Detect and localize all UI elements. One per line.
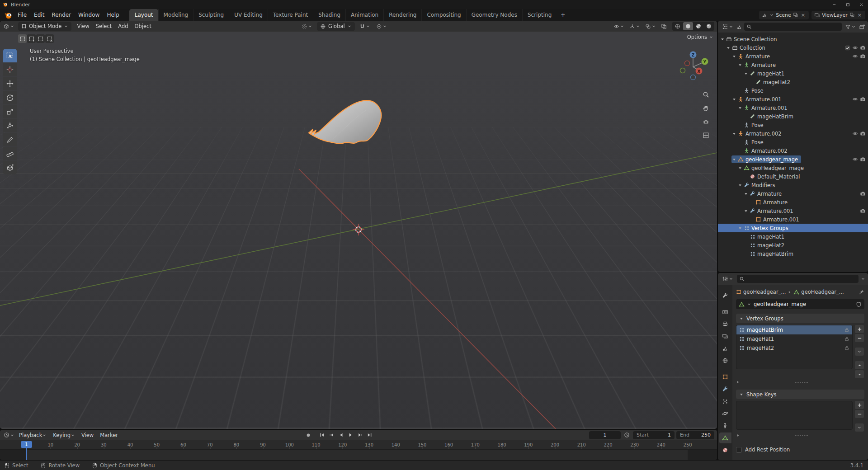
disclosure-icon[interactable] bbox=[731, 54, 737, 59]
gizmo-x-axis[interactable]: X bbox=[698, 69, 701, 74]
gizmo-z-axis[interactable]: Z bbox=[692, 53, 695, 57]
disclosure-icon[interactable] bbox=[737, 183, 743, 188]
disable-in-renders-camera-icon[interactable] bbox=[860, 45, 866, 51]
remove-vertex-group-button[interactable] bbox=[855, 334, 864, 342]
pan-hand-icon[interactable] bbox=[701, 103, 711, 113]
editor-type-button[interactable] bbox=[2, 23, 16, 29]
gizmo-y-axis[interactable]: Y bbox=[703, 60, 707, 64]
outliner-row[interactable]: mageHat1 bbox=[718, 232, 868, 241]
properties-tab-data[interactable] bbox=[719, 432, 731, 443]
shading-rendered-button[interactable] bbox=[704, 22, 714, 30]
move-vertex-group-up-button[interactable] bbox=[855, 361, 864, 369]
workspace-tab-uv-editing[interactable]: UV Editing bbox=[229, 9, 268, 21]
add-vertex-group-button[interactable] bbox=[855, 325, 864, 333]
outliner-filter-button[interactable] bbox=[844, 24, 857, 30]
outliner-row[interactable]: geoHeadgear_mage bbox=[718, 155, 868, 164]
tool-scale[interactable] bbox=[3, 105, 17, 118]
workspace-add-button[interactable]: + bbox=[557, 9, 569, 21]
viewport-menu-add[interactable]: Add bbox=[115, 21, 131, 32]
outliner-row[interactable]: Armature bbox=[718, 52, 868, 61]
disclosure-icon[interactable] bbox=[731, 132, 737, 136]
outliner-row[interactable]: Pose bbox=[718, 121, 868, 129]
workspace-tab-modeling[interactable]: Modeling bbox=[158, 9, 193, 21]
breadcrumb-data[interactable]: geoHeadgear_... bbox=[801, 289, 844, 295]
menu-edit[interactable]: Edit bbox=[30, 9, 48, 21]
outliner-row[interactable]: Armature bbox=[718, 189, 868, 198]
select-extend-button[interactable]: + bbox=[27, 34, 36, 43]
properties-tab-scene[interactable] bbox=[719, 343, 731, 354]
pin-icon[interactable] bbox=[859, 289, 864, 295]
tool-cursor[interactable] bbox=[3, 63, 17, 76]
breadcrumb-object[interactable]: geoHeadgear_... bbox=[743, 289, 786, 295]
lock-icon[interactable] bbox=[844, 345, 849, 351]
move-vertex-group-down-button[interactable] bbox=[855, 370, 864, 378]
new-scene-icon[interactable] bbox=[793, 12, 798, 18]
outliner-row[interactable]: Armature.001 bbox=[718, 103, 868, 112]
properties-tab-physics[interactable] bbox=[719, 408, 731, 419]
filter-expander-icon[interactable] bbox=[736, 380, 740, 384]
outliner-row[interactable]: Armature.001 bbox=[718, 95, 868, 103]
timeline-editor-type-button[interactable] bbox=[2, 432, 16, 438]
transform-pivot-button[interactable] bbox=[300, 24, 314, 29]
viewport-menu-select[interactable]: Select bbox=[93, 21, 115, 32]
workspace-tab-rendering[interactable]: Rendering bbox=[383, 9, 421, 21]
auto-keying-record-button[interactable] bbox=[304, 431, 312, 439]
blender-menu-logo-icon[interactable] bbox=[3, 11, 14, 19]
outliner-search-input[interactable] bbox=[744, 23, 842, 31]
outliner-row[interactable]: Armature bbox=[718, 198, 868, 207]
lock-icon[interactable] bbox=[844, 336, 849, 342]
timeline-menu-view[interactable]: View bbox=[78, 430, 97, 441]
outliner-row[interactable]: Scene Collection bbox=[718, 35, 868, 43]
mode-selector[interactable]: Object Mode bbox=[18, 22, 71, 31]
camera-view-icon[interactable] bbox=[701, 117, 711, 127]
menu-window[interactable]: Window bbox=[75, 9, 103, 21]
current-frame-field[interactable]: 1 bbox=[589, 431, 621, 439]
disable-in-renders-camera-icon[interactable] bbox=[860, 208, 866, 214]
viewlayer-name[interactable]: ViewLayer bbox=[822, 12, 848, 18]
filter-expander-icon[interactable] bbox=[736, 433, 740, 437]
outliner-row[interactable]: geoHeadgear_mage bbox=[718, 164, 868, 172]
tool-add-cube[interactable] bbox=[3, 161, 17, 174]
workspace-tab-animation[interactable]: Animation bbox=[345, 9, 383, 21]
properties-tab-constraints[interactable] bbox=[719, 420, 731, 431]
properties-tab-particles[interactable] bbox=[719, 396, 731, 407]
shape-keys-panel-header[interactable]: Shape Keys bbox=[736, 390, 864, 399]
unlink-scene-icon[interactable]: × bbox=[800, 12, 806, 18]
close-button[interactable] bbox=[854, 0, 868, 9]
hide-in-viewport-eye-icon[interactable] bbox=[852, 131, 858, 136]
properties-tab-object[interactable] bbox=[719, 371, 731, 382]
hide-in-viewport-eye-icon[interactable] bbox=[852, 96, 858, 102]
datablock-name-field[interactable]: geoHeadgear_mage bbox=[736, 299, 864, 309]
outliner-row[interactable]: Collection bbox=[718, 43, 868, 52]
outliner-row[interactable]: Default_Material bbox=[718, 172, 868, 181]
display-mode-icon[interactable] bbox=[736, 24, 742, 30]
snap-button[interactable] bbox=[358, 24, 372, 29]
new-viewlayer-icon[interactable] bbox=[849, 12, 855, 18]
navigation-gizmo[interactable]: Z Y X bbox=[677, 50, 709, 82]
disclosure-icon[interactable] bbox=[743, 71, 749, 76]
chevron-down-icon[interactable] bbox=[861, 277, 865, 281]
disable-in-renders-camera-icon[interactable] bbox=[860, 131, 866, 136]
add-rest-position-checkbox[interactable] bbox=[736, 447, 742, 453]
select-intersect-button[interactable]: × bbox=[45, 34, 54, 43]
menu-render[interactable]: Render bbox=[48, 9, 75, 21]
properties-search-input[interactable] bbox=[737, 275, 859, 283]
workspace-tab-scripting[interactable]: Scripting bbox=[522, 9, 557, 21]
add-shape-key-button[interactable] bbox=[855, 401, 864, 409]
vertex-group-row[interactable]: mageHatBrim bbox=[736, 325, 852, 334]
menu-file[interactable]: File bbox=[14, 9, 30, 21]
remove-shape-key-button[interactable] bbox=[855, 410, 864, 418]
disclosure-icon[interactable] bbox=[743, 209, 749, 213]
disclosure-icon[interactable] bbox=[720, 37, 725, 42]
jump-to-next-keyframe-button[interactable] bbox=[356, 431, 364, 439]
disable-in-renders-camera-icon[interactable] bbox=[860, 96, 866, 102]
maximize-button[interactable] bbox=[841, 0, 854, 9]
list-resize-grip[interactable] bbox=[795, 435, 808, 436]
workspace-tab-layout[interactable]: Layout bbox=[129, 9, 158, 21]
jump-to-end-button[interactable] bbox=[365, 431, 374, 439]
workspace-tab-compositing[interactable]: Compositing bbox=[421, 9, 466, 21]
use-preview-range-icon[interactable] bbox=[623, 431, 631, 439]
timeline-ruler[interactable]: 1020304050607080901001101201301401501601… bbox=[0, 440, 717, 450]
play-button[interactable] bbox=[346, 431, 355, 439]
properties-editor-type-button[interactable] bbox=[721, 276, 735, 282]
